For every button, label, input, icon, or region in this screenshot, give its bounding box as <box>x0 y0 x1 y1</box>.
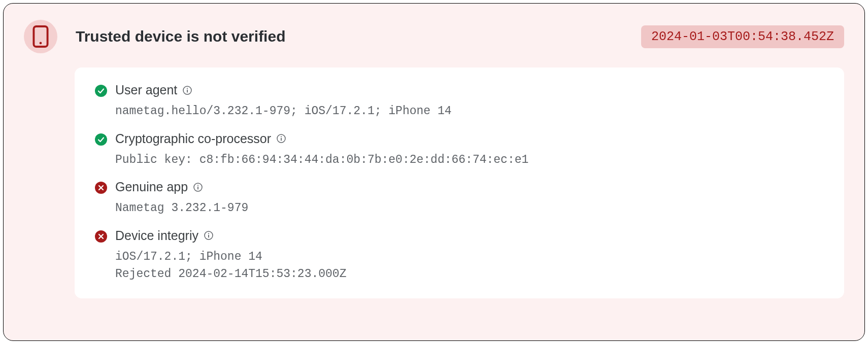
svg-rect-13 <box>208 235 209 238</box>
device-icon-badge <box>24 20 57 53</box>
svg-rect-7 <box>281 138 282 141</box>
check-content: Device integriy iOS/17.2.1; iPhone 14 Re… <box>115 228 824 283</box>
timestamp-badge: 2024-01-03T00:54:38.452Z <box>641 25 844 48</box>
svg-point-3 <box>187 88 188 89</box>
svg-point-6 <box>281 136 282 137</box>
check-row-device-integrity: Device integriy iOS/17.2.1; iPhone 14 Re… <box>95 228 824 283</box>
check-label: Cryptographic co-processor <box>115 131 271 146</box>
check-fail-icon <box>95 230 107 243</box>
mobile-device-icon <box>32 25 49 48</box>
check-label: Device integriy <box>115 228 198 243</box>
check-content: Cryptographic co-processor Public key: c… <box>115 131 824 169</box>
check-label-row: Device integriy <box>115 228 824 243</box>
svg-rect-10 <box>197 186 198 189</box>
check-ok-icon <box>95 133 107 146</box>
info-icon[interactable] <box>182 85 192 95</box>
device-verification-card: Trusted device is not verified 2024-01-0… <box>3 3 865 341</box>
details-panel: User agent nametag.hello/3.232.1-979; iO… <box>75 67 844 298</box>
check-value: Public key: c8:fb:66:94:34:44:da:0b:7b:e… <box>115 151 824 169</box>
card-header: Trusted device is not verified 2024-01-0… <box>24 20 844 53</box>
check-row-user-agent: User agent nametag.hello/3.232.1-979; iO… <box>95 83 824 120</box>
check-value: iOS/17.2.1; iPhone 14 Rejected 2024-02-1… <box>115 248 824 283</box>
check-value: Nametag 3.232.1-979 <box>115 199 824 217</box>
check-label: User agent <box>115 83 177 97</box>
check-fail-icon <box>95 182 107 194</box>
svg-point-9 <box>197 185 198 186</box>
check-content: Genuine app Nametag 3.232.1-979 <box>115 180 824 217</box>
svg-point-12 <box>208 233 209 234</box>
check-content: User agent nametag.hello/3.232.1-979; iO… <box>115 83 824 120</box>
check-ok-icon <box>95 85 107 97</box>
info-icon[interactable] <box>193 182 203 192</box>
check-label: Genuine app <box>115 180 188 194</box>
check-label-row: User agent <box>115 83 824 97</box>
check-row-genuine-app: Genuine app Nametag 3.232.1-979 <box>95 180 824 217</box>
info-icon[interactable] <box>204 230 214 240</box>
card-title: Trusted device is not verified <box>76 28 623 45</box>
check-label-row: Cryptographic co-processor <box>115 131 824 146</box>
check-label-row: Genuine app <box>115 180 824 194</box>
info-icon[interactable] <box>276 133 286 144</box>
svg-point-1 <box>40 42 42 45</box>
svg-rect-4 <box>187 89 188 92</box>
check-row-crypto: Cryptographic co-processor Public key: c… <box>95 131 824 169</box>
check-value: nametag.hello/3.232.1-979; iOS/17.2.1; i… <box>115 102 824 120</box>
